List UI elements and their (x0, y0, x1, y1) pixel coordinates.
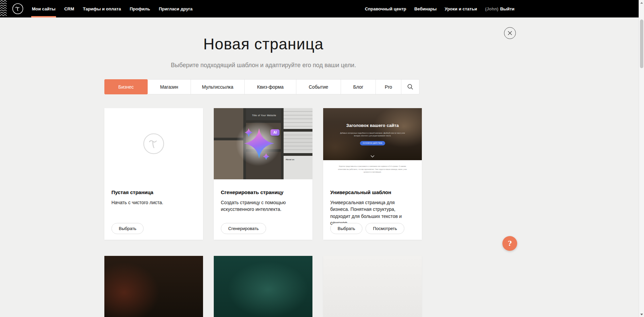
nav-item-help-center[interactable]: Справочный центр (365, 0, 406, 17)
preview-subtext: Добавьте интересные подробности о вашей … (340, 132, 405, 137)
tilda-watermark-icon (143, 133, 165, 155)
search-icon (407, 84, 413, 90)
nav-item-lessons[interactable]: Уроки и статьи (445, 0, 477, 17)
template-grid: Пустая страница Начать с чистого листа. … (104, 108, 422, 240)
tab-event[interactable]: Событие (296, 79, 341, 94)
scrollbar[interactable] (639, 0, 644, 317)
template-preview-image (214, 256, 312, 317)
user-name: (John) (485, 6, 498, 11)
close-button[interactable] (504, 27, 516, 39)
secondary-nav: Справочный центр Вебинары Уроки и статьи… (365, 0, 514, 17)
preview-hero: Заголовок вашего сайта Добавьте интересн… (323, 108, 422, 160)
scrollbar-thumb[interactable] (640, 19, 643, 68)
generate-button[interactable]: Сгенерировать (221, 223, 266, 234)
template-preview-image (323, 256, 422, 317)
blank-preview (104, 108, 203, 179)
tilda-logo[interactable] (12, 3, 23, 14)
card-description: Создать страницу с помощью искусственног… (221, 199, 305, 213)
template-card-blank: Пустая страница Начать с чистого листа. … (104, 108, 203, 240)
template-preview-image (104, 256, 203, 317)
card-body: Универсальный шаблон Универсальная стран… (323, 179, 422, 226)
card-body: Сгенерировать страницу Создать страницу … (214, 179, 312, 213)
template-card-universal: Заголовок вашего сайта Добавьте интересн… (323, 108, 422, 240)
card-body: Пустая страница Начать с чистого листа. (104, 179, 203, 206)
close-icon (508, 31, 512, 35)
template-category-tabs: Бизнес Магазин Мультиссылка Квиз-форма С… (104, 79, 422, 94)
universal-preview: Заголовок вашего сайта Добавьте интересн… (323, 108, 422, 179)
preview-cta-button: Основное действие (360, 141, 385, 145)
chevron-down-icon (370, 155, 375, 157)
select-blank-button[interactable]: Выбрать (111, 223, 144, 234)
template-card-partial-1[interactable] (104, 256, 203, 317)
nav-item-webinars[interactable]: Вебинары (414, 0, 437, 17)
user-menu: (John) Выйти (485, 6, 514, 11)
card-description: Универсальная страница для бизнеса. Поня… (330, 199, 415, 226)
page-title: Новая страница (104, 35, 423, 53)
select-universal-button[interactable]: Выбрать (330, 223, 362, 234)
tab-search[interactable] (401, 79, 419, 94)
card-title: Универсальный шаблон (330, 189, 415, 195)
nav-item-crm[interactable]: CRM (64, 0, 74, 17)
ai-preview: Title of Your Website About us (214, 108, 312, 179)
ai-sparkle-icon (237, 121, 282, 166)
preview-heading: Заголовок вашего сайта (323, 123, 422, 128)
preview-body-text: Коротко представьтесь и расскажите о ком… (323, 160, 422, 179)
card-actions: Выбрать (111, 223, 144, 234)
help-button[interactable]: ? (502, 236, 517, 251)
nav-item-my-sites[interactable]: Мои сайты (32, 0, 55, 17)
template-grid-row2 (104, 256, 422, 317)
ai-badge: AI (270, 129, 280, 136)
card-title: Сгенерировать страницу (221, 189, 305, 195)
tab-quiz-form[interactable]: Квиз-форма (244, 79, 296, 94)
nav-item-profile[interactable]: Профиль (130, 0, 150, 17)
template-card-partial-3[interactable] (323, 256, 422, 317)
new-page-modal: Новая страница Выберите подходящий шабло… (0, 17, 644, 317)
zigzag-pattern-icon (0, 0, 7, 17)
logout-link[interactable]: Выйти (500, 6, 514, 11)
page-subtitle: Выберите подходящий шаблон и адаптируйте… (104, 62, 423, 69)
tab-shop[interactable]: Магазин (147, 79, 191, 94)
tab-blog[interactable]: Блог (341, 79, 376, 94)
screen: Мои сайты CRM Тарифы и оплата Профиль Пр… (0, 0, 644, 317)
card-title: Пустая страница (111, 189, 196, 195)
scrollbar-down-arrow[interactable] (639, 312, 644, 317)
tab-pro[interactable]: Pro (376, 79, 401, 94)
tab-multilink[interactable]: Мультиссылка (191, 79, 245, 94)
top-navbar: Мои сайты CRM Тарифы и оплата Профиль Пр… (0, 0, 644, 17)
nav-item-invite-friend[interactable]: Пригласи друга (159, 0, 193, 17)
tab-business[interactable]: Бизнес (104, 79, 148, 94)
template-card-ai: Title of Your Website About us (214, 108, 312, 240)
card-description: Начать с чистого листа. (111, 199, 196, 206)
nav-item-pricing[interactable]: Тарифы и оплата (83, 0, 121, 17)
scrollbar-up-arrow[interactable] (639, 0, 644, 5)
preview-universal-button[interactable]: Посмотреть (365, 223, 404, 234)
template-card-partial-2[interactable] (214, 256, 312, 317)
card-actions: Сгенерировать (221, 223, 266, 234)
main-nav: Мои сайты CRM Тарифы и оплата Профиль Пр… (32, 0, 193, 17)
card-actions: Выбрать Посмотреть (330, 223, 404, 234)
